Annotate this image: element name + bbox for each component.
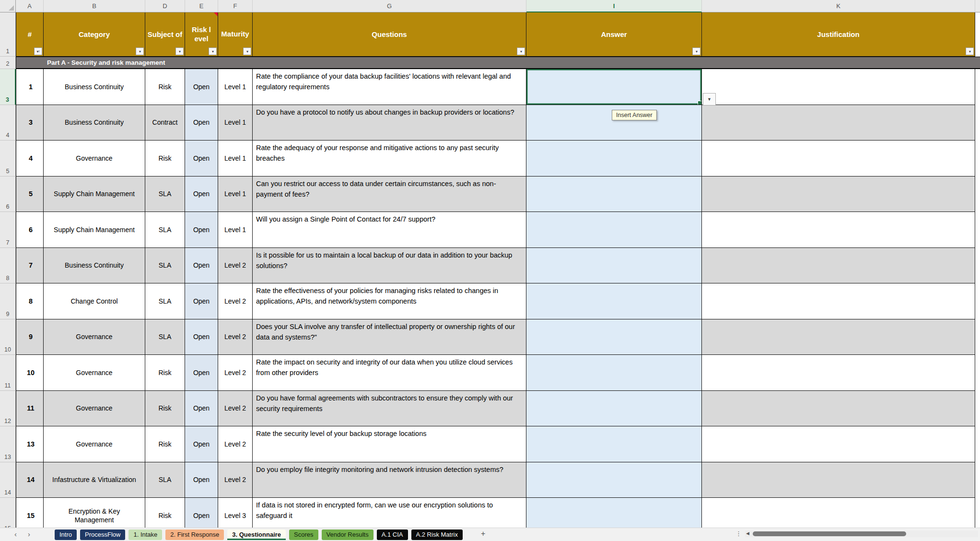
cell-I6[interactable]: [526, 176, 702, 212]
filter-dropdown-icon[interactable]: ▾: [692, 47, 700, 55]
cell-E10[interactable]: Open: [185, 319, 218, 355]
cell-G11[interactable]: Rate the impact on security and integrit…: [253, 355, 526, 391]
row-header-5[interactable]: 5: [0, 141, 16, 176]
sheet-tab-vendor-results[interactable]: Vendor Results: [322, 529, 373, 540]
cell-D5[interactable]: Risk: [145, 141, 185, 176]
header-questions[interactable]: Questions ▾: [253, 12, 526, 57]
cell-F14[interactable]: Level 2: [218, 462, 253, 498]
cell-I10[interactable]: [526, 319, 702, 355]
cell-G4[interactable]: Do you have a protocol to notify us abou…: [253, 105, 526, 141]
cell-A10[interactable]: 9: [16, 319, 44, 355]
cell-A12[interactable]: 11: [16, 391, 44, 427]
cell-B7[interactable]: Supply Chain Management: [44, 212, 145, 248]
cell-K14[interactable]: [702, 462, 975, 498]
cell-D13[interactable]: Risk: [145, 426, 185, 462]
cell-F13[interactable]: Level 2: [218, 426, 253, 462]
row-header-1[interactable]: 1: [0, 12, 16, 57]
cell-G7[interactable]: Will you assign a Single Point of Contac…: [253, 212, 526, 248]
sheet-tab-a-2-risk-matrix[interactable]: A.2 Risk Matrix: [411, 529, 463, 540]
sheet-tab-intro[interactable]: Intro: [55, 529, 77, 540]
cell-G15[interactable]: If data is not stored in encrypted form,…: [253, 498, 526, 528]
cell-D4[interactable]: Contract: [145, 105, 185, 141]
sheet-tab-1-intake[interactable]: 1. Intake: [128, 529, 162, 540]
cell-K8[interactable]: [702, 248, 975, 284]
column-header-I[interactable]: I: [526, 0, 702, 12]
filter-dropdown-icon[interactable]: ▾: [136, 47, 144, 55]
cell-D15[interactable]: Risk: [145, 498, 185, 528]
filter-sorted-icon[interactable]: ▾↑: [34, 47, 42, 55]
column-header-G[interactable]: G: [253, 0, 526, 12]
cell-B3[interactable]: Business Continuity: [44, 69, 145, 105]
cell-K10[interactable]: [702, 319, 975, 355]
cell-F5[interactable]: Level 1: [218, 141, 253, 176]
cell-K15[interactable]: [702, 498, 975, 528]
cell-A8[interactable]: 7: [16, 248, 44, 284]
cell-G3[interactable]: Rate the compliance of your data backup …: [253, 69, 526, 105]
cell-B6[interactable]: Supply Chain Management: [44, 176, 145, 212]
cell-A14[interactable]: 14: [16, 462, 44, 498]
cell-I9[interactable]: [526, 283, 702, 319]
cell-I5[interactable]: [526, 141, 702, 176]
sheet-nav-right-icon[interactable]: ›: [28, 530, 30, 538]
sheet-tab-2-first-response[interactable]: 2. First Response: [165, 529, 224, 540]
cell-A13[interactable]: 13: [16, 426, 44, 462]
header-risk-level[interactable]: Risk level ▾: [185, 12, 218, 57]
cell-G10[interactable]: Does your SLA involve any transfer of in…: [253, 319, 526, 355]
cell-E12[interactable]: Open: [185, 391, 218, 427]
cell-E14[interactable]: Open: [185, 462, 218, 498]
column-header-E[interactable]: E: [185, 0, 218, 12]
cell-E5[interactable]: Open: [185, 141, 218, 176]
cell-D9[interactable]: SLA: [145, 283, 185, 319]
row-header-13[interactable]: 13: [0, 426, 16, 462]
cell-F8[interactable]: Level 2: [218, 248, 253, 284]
cell-B10[interactable]: Governance: [44, 319, 145, 355]
cell-D6[interactable]: SLA: [145, 176, 185, 212]
cell-B14[interactable]: Infastructure & Virtualization: [44, 462, 145, 498]
cell-B15[interactable]: Encryption & Key Management: [44, 498, 145, 528]
cell-A15[interactable]: 15: [16, 498, 44, 528]
cell-K4[interactable]: [702, 105, 975, 141]
cell-G8[interactable]: Is it possible for us to maintain a loca…: [253, 248, 526, 284]
cell-F6[interactable]: Level 1: [218, 176, 253, 212]
sheet-tab-a-1-cia[interactable]: A.1 CIA: [377, 529, 408, 540]
cell-B8[interactable]: Business Continuity: [44, 248, 145, 284]
filter-dropdown-icon[interactable]: ▾: [175, 47, 184, 55]
column-header-F[interactable]: F: [218, 0, 253, 12]
scrollbar-thumb[interactable]: [753, 531, 906, 536]
row-header-6[interactable]: 6: [0, 176, 16, 212]
filter-dropdown-icon[interactable]: ▾: [209, 47, 217, 55]
cell-G13[interactable]: Rate the security level of your backup s…: [253, 426, 526, 462]
cell-F10[interactable]: Level 2: [218, 319, 253, 355]
cell-A4[interactable]: 3: [16, 105, 44, 141]
sheet-tab-scores[interactable]: Scores: [289, 529, 318, 540]
cell-G6[interactable]: Can you restrict our access to data unde…: [253, 176, 526, 212]
cell-I7[interactable]: [526, 212, 702, 248]
cell-F12[interactable]: Level 2: [218, 391, 253, 427]
cell-D11[interactable]: Risk: [145, 355, 185, 391]
header-justification[interactable]: Justification ▾: [702, 12, 975, 57]
validation-dropdown-button[interactable]: ▼: [703, 93, 716, 106]
cell-K13[interactable]: [702, 426, 975, 462]
row-header-10[interactable]: 10: [0, 319, 16, 355]
row-header-4[interactable]: 4: [0, 105, 16, 141]
header-subject[interactable]: Subject of ▾: [145, 12, 185, 57]
row-header-11[interactable]: 11: [0, 355, 16, 391]
cell-F7[interactable]: Level 1: [218, 212, 253, 248]
header-answer[interactable]: Answer ▾: [526, 12, 702, 57]
cell-A5[interactable]: 4: [16, 141, 44, 176]
cell-G9[interactable]: Rate the effectiveness of your policies …: [253, 283, 526, 319]
cell-E11[interactable]: Open: [185, 355, 218, 391]
horizontal-scrollbar[interactable]: ◀: [745, 530, 978, 537]
scroll-left-icon[interactable]: ◀: [746, 531, 749, 536]
cell-D7[interactable]: SLA: [145, 212, 185, 248]
sheet-nav-left-icon[interactable]: ‹: [14, 530, 17, 538]
cell-E13[interactable]: Open: [185, 426, 218, 462]
cell-F11[interactable]: Level 2: [218, 355, 253, 391]
cell-E15[interactable]: Open: [185, 498, 218, 528]
cell-D3[interactable]: Risk: [145, 69, 185, 105]
header-category[interactable]: Category ▾: [44, 12, 145, 57]
column-header-A[interactable]: A: [16, 0, 44, 12]
cell-K3[interactable]: [702, 69, 975, 105]
cell-B11[interactable]: Governance: [44, 355, 145, 391]
cell-B4[interactable]: Business Continuity: [44, 105, 145, 141]
